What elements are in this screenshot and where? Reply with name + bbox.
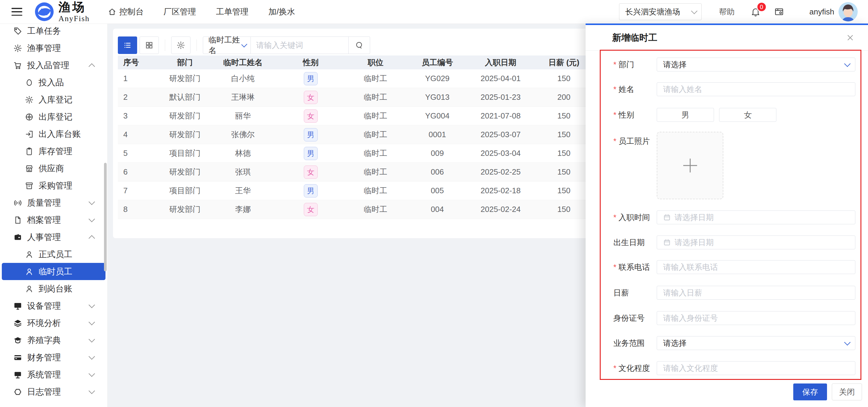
nav-item-water[interactable]: 加/换水 xyxy=(269,6,296,17)
education-input[interactable] xyxy=(657,361,855,375)
field-label: 联系电话 xyxy=(613,260,650,274)
menu-icon[interactable] xyxy=(11,8,22,16)
name-input[interactable] xyxy=(657,82,855,96)
sidebar-item-label: 日志管理 xyxy=(27,386,61,398)
department-select[interactable]: 请选择 xyxy=(657,58,855,71)
close-icon[interactable] xyxy=(846,33,855,42)
cell-empno: 009 xyxy=(406,149,469,158)
cell-name: 丽华 xyxy=(210,111,276,121)
field-label: 出生日期 xyxy=(613,236,645,249)
cell-name: 李娜 xyxy=(210,204,276,215)
chevron-down-icon xyxy=(89,388,95,394)
sidebar-item-work-tasks[interactable]: 工单任务 xyxy=(0,24,107,39)
phone-input[interactable] xyxy=(657,260,855,274)
sidebar-item-finance-mgmt[interactable]: 财务管理 xyxy=(0,349,107,366)
cell-name: 王琳琳 xyxy=(210,92,276,102)
store-icon xyxy=(25,164,34,173)
sidebar-item-label: 采购管理 xyxy=(38,180,72,191)
sidebar-item-inputs-mgmt[interactable]: 投入品管理 xyxy=(0,57,107,74)
sidebar-item-inventory-mgmt[interactable]: 库存管理 xyxy=(0,143,107,160)
chevron-down-icon xyxy=(89,302,95,308)
sidebar-item-fishery-mgmt[interactable]: 渔事管理 xyxy=(0,39,107,57)
chevron-down-icon xyxy=(844,339,850,345)
drawer-title: 新增临时工 xyxy=(612,32,657,44)
chevron-down-icon xyxy=(89,336,95,343)
app-window: 渔场 AnyFish 控制台 厂区管理 工单管理 加/换水 xyxy=(0,0,868,407)
sidebar-item-suppliers[interactable]: 供应商 xyxy=(0,160,107,177)
notification-badge: 0 xyxy=(756,2,767,12)
id-number-input[interactable] xyxy=(657,311,855,325)
chevron-down-icon xyxy=(89,216,95,222)
sidebar-item-system-mgmt[interactable]: 系统管理 xyxy=(0,366,107,383)
avatar[interactable] xyxy=(838,2,858,22)
layers-icon xyxy=(13,319,22,328)
chevron-up-icon xyxy=(89,63,95,70)
farm-select[interactable]: 长兴泗安塘渔场 xyxy=(619,3,702,20)
brand-logo: 渔场 AnyFish xyxy=(34,1,90,23)
cell-position: 临时工 xyxy=(345,204,406,215)
search-field-select[interactable]: 临时工姓名 xyxy=(203,36,251,54)
date-placeholder: 请选择日期 xyxy=(675,212,714,223)
business-scope-select[interactable]: 请选择 xyxy=(657,336,855,350)
gender-badge: 男 xyxy=(304,128,318,142)
gender-female-button[interactable]: 女 xyxy=(719,108,776,122)
sidebar-item-temp-staff[interactable]: 临时员工 xyxy=(2,263,105,280)
notification-bell[interactable]: 0 xyxy=(750,7,761,17)
search-icon xyxy=(355,41,364,50)
nav-item-factory[interactable]: 厂区管理 xyxy=(164,6,196,17)
birth-date-picker[interactable]: 请选择日期 xyxy=(657,236,855,249)
hire-date-picker[interactable]: 请选择日期 xyxy=(657,211,855,224)
col-header-hiredate: 入职日期 xyxy=(469,57,532,68)
sidebar-item-io-ledger[interactable]: 出入库台账 xyxy=(0,125,107,143)
cell-name: 白小纯 xyxy=(210,73,276,84)
field-label: 身份证号 xyxy=(613,311,645,325)
sidebar-item-inbound-register[interactable]: 入库登记 xyxy=(0,91,107,108)
cell-gender: 女 xyxy=(276,165,345,179)
grid-view-button[interactable] xyxy=(140,36,159,54)
cell-position: 临时工 xyxy=(345,73,406,84)
col-header-dept: 部门 xyxy=(160,57,210,68)
daily-salary-input[interactable] xyxy=(657,286,855,300)
cell-dept: 研发部门 xyxy=(160,73,210,84)
sidebar-item-purchasing[interactable]: 采购管理 xyxy=(0,177,107,194)
egg-icon xyxy=(25,78,34,87)
sidebar-item-log-mgmt[interactable]: 日志管理 xyxy=(0,383,107,400)
clipboard-icon xyxy=(25,147,34,156)
sidebar-item-archives-mgmt[interactable]: 档案管理 xyxy=(0,211,107,228)
search-group: 临时工姓名 xyxy=(203,36,370,54)
list-view-button[interactable] xyxy=(118,36,137,54)
signal-icon xyxy=(13,198,22,208)
date-placeholder: 请选择日期 xyxy=(675,237,714,248)
cell-hiredate: 2025-04-01 xyxy=(469,74,532,83)
search-button[interactable] xyxy=(349,36,370,54)
list-view-icon xyxy=(123,41,132,50)
sidebar-item-outbound-register[interactable]: 出库登记 xyxy=(0,108,107,125)
cell-dept: 项目部门 xyxy=(160,148,210,159)
sidebar-item-label: 供应商 xyxy=(38,163,64,174)
sidebar-item-arrival-ledger[interactable]: 到岗台账 xyxy=(0,280,107,297)
workbench-settings-icon[interactable] xyxy=(774,7,784,17)
sidebar-item-breeding-dict[interactable]: 养殖字典 xyxy=(0,332,107,349)
search-input[interactable] xyxy=(251,36,349,54)
field-label: 姓名 xyxy=(613,82,634,96)
sidebar-item-equipment-mgmt[interactable]: 设备管理 xyxy=(0,297,107,314)
col-header-name: 临时工姓名 xyxy=(210,57,276,68)
user-icon xyxy=(25,250,34,259)
save-button[interactable]: 保存 xyxy=(793,383,827,400)
credit-card-icon xyxy=(13,353,22,362)
help-link[interactable]: 帮助 xyxy=(719,7,735,17)
sidebar-item-env-analysis[interactable]: 环境分析 xyxy=(0,314,107,332)
sidebar-item-inputs[interactable]: 投入品 xyxy=(0,74,107,91)
sidebar-item-hr-mgmt[interactable]: 人事管理 xyxy=(0,228,107,246)
photo-upload[interactable] xyxy=(657,132,723,199)
sidebar-scrollbar[interactable] xyxy=(104,163,107,271)
sidebar-item-formal-staff[interactable]: 正式员工 xyxy=(0,246,107,263)
gender-male-button[interactable]: 男 xyxy=(657,108,714,122)
sidebar-item-label: 临时员工 xyxy=(38,266,72,277)
toolbar-divider xyxy=(165,39,165,51)
column-settings-button[interactable] xyxy=(171,36,190,54)
close-button[interactable]: 关闭 xyxy=(832,383,862,400)
nav-item-workorder[interactable]: 工单管理 xyxy=(216,6,249,17)
sidebar-item-quality-mgmt[interactable]: 质量管理 xyxy=(0,194,107,211)
nav-item-dashboard[interactable]: 控制台 xyxy=(108,6,144,17)
